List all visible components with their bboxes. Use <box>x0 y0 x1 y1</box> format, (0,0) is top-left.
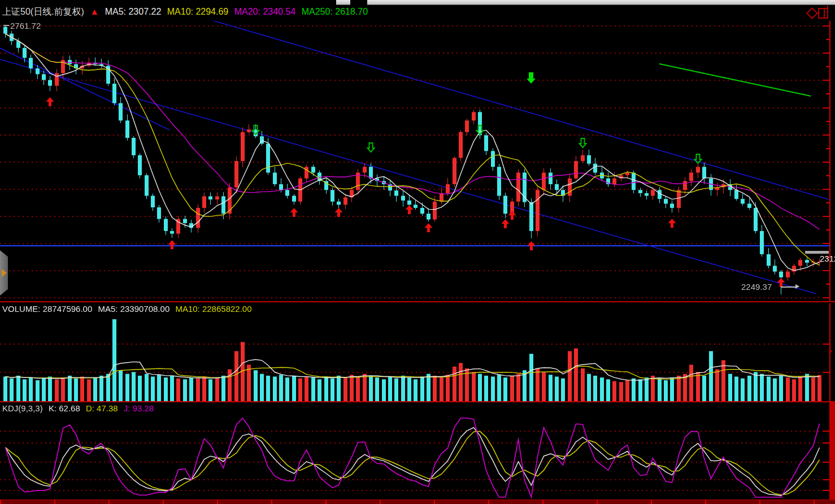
ma5-value: MA5: 2307.22 <box>105 7 162 16</box>
session-low-label: 2249.37 <box>741 282 772 292</box>
pane-separator <box>0 401 835 402</box>
split-window-divider <box>824 9 825 18</box>
pane-separator <box>0 301 835 302</box>
time-axis-bar[interactable] <box>0 499 835 504</box>
window-chrome-strip <box>367 0 835 5</box>
trend-up-arrow-icon: ▲ <box>90 7 99 16</box>
kdj-j-value: J: 93.28 <box>124 403 154 413</box>
diamond-icon[interactable] <box>806 7 818 19</box>
axis-chevron-icon[interactable]: › <box>830 347 832 355</box>
sidebar-expand-handle[interactable] <box>0 250 8 296</box>
chart-application-window: 上证50(日线.前复权) ▲ MA5: 2307.22 MA10: 2294.6… <box>0 0 835 504</box>
volume-ma5-value: MA5: 23390708.00 <box>98 304 169 314</box>
window-chrome-strip <box>336 0 350 5</box>
volume-ma10-value: MA10: 22865822.00 <box>175 304 251 314</box>
ma10-value: MA10: 2294.69 <box>167 7 229 16</box>
volume-chart-canvas[interactable] <box>0 303 835 402</box>
kdj-right-axis-block <box>829 402 835 499</box>
kdj-indicator-name: KDJ(9,3,3) <box>2 403 43 413</box>
volume-value: VOLUME: 28747596.00 <box>2 304 92 314</box>
kdj-chart-canvas[interactable] <box>0 402 835 499</box>
main-price-chart-canvas[interactable] <box>0 21 835 302</box>
last-price-label: 2312 <box>820 254 835 263</box>
window-edge-marker <box>827 6 828 18</box>
symbol-title: 上证50(日线.前复权) <box>2 7 84 16</box>
main-chart-header: 上证50(日线.前复权) ▲ MA5: 2307.22 MA10: 2294.6… <box>2 6 371 18</box>
high-pointer-dash <box>3 25 9 26</box>
kdj-d-value: D: 47.38 <box>86 403 118 413</box>
expand-triangle-icon <box>2 269 7 277</box>
ma20-value: MA20: 2340.54 <box>234 7 296 16</box>
ma250-value: MA250: 2618.70 <box>302 7 368 16</box>
low-pointer-line <box>781 286 795 288</box>
kdj-k-value: K: 62.68 <box>49 403 80 413</box>
session-high-label: 2761.72 <box>10 21 41 31</box>
kdj-header: KDJ(9,3,3) K: 62.68 D: 47.38 J: 93.28 <box>2 403 157 413</box>
low-pointer-arrowhead <box>795 284 799 289</box>
volume-header: VOLUME: 28747596.00 MA5: 23390708.00 MA1… <box>2 304 255 314</box>
